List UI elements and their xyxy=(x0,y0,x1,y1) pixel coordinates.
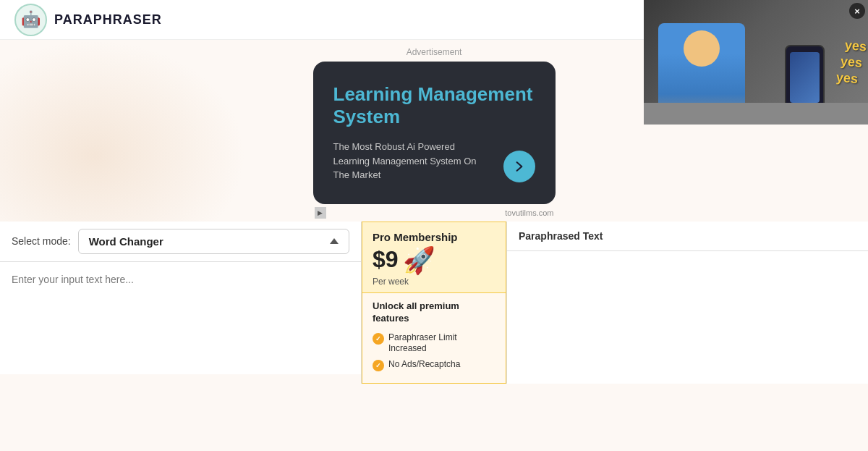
text-input[interactable] xyxy=(0,262,361,374)
check-icon-2 xyxy=(373,360,384,371)
video-yes-2: yes xyxy=(840,54,863,71)
mode-selected-value: Word Changer xyxy=(89,235,163,248)
pro-unlock-text: Unlock all premium features xyxy=(373,300,495,325)
pro-feature-2-text: No Ads/Recaptcha xyxy=(388,359,460,371)
arrow-right-icon xyxy=(512,159,527,174)
pro-title: Pro Membership xyxy=(373,231,495,243)
pro-feature-1-text: Paraphraser Limit Increased xyxy=(388,332,495,355)
pro-price: $9 🚀 xyxy=(373,248,495,274)
brand-name: PARAPHRASER xyxy=(54,12,162,28)
ad-badge-icon: ▶ xyxy=(315,207,326,219)
pro-feature-1: Paraphraser Limit Increased xyxy=(373,332,495,355)
video-text-overlay: yes yes yes xyxy=(835,36,868,88)
pro-per-week: Per week xyxy=(373,277,495,287)
ad-card: Learning Management System The Most Robu… xyxy=(313,62,556,204)
video-overlay: yes yes yes × xyxy=(644,0,868,125)
ad-domain: tovutilms.com xyxy=(505,208,553,217)
ad-subtitle: The Most Robust Ai Powered Learning Mana… xyxy=(333,140,478,182)
video-yes-1: yes xyxy=(844,38,867,55)
pro-header: Pro Membership $9 🚀 Per week xyxy=(362,222,506,293)
pro-feature-2: No Ads/Recaptcha xyxy=(373,359,495,371)
check-icon-1 xyxy=(373,333,384,345)
ad-footer: ▶ tovutilms.com xyxy=(313,207,556,219)
main-content: Select mode: Word Changer Pro Membership… xyxy=(0,222,868,384)
ad-arrow-button[interactable] xyxy=(503,151,535,182)
video-close-button[interactable]: × xyxy=(849,3,865,19)
logo: 🤖 xyxy=(14,4,47,36)
right-panel-title: Paraphrased Text xyxy=(507,222,868,251)
mode-selector: Select mode: Word Changer xyxy=(0,222,361,262)
chevron-up-icon xyxy=(330,238,339,244)
video-table-surface xyxy=(644,103,868,125)
mode-label: Select mode: xyxy=(12,235,71,247)
video-phone xyxy=(785,45,825,110)
ad-label: Advertisement xyxy=(407,47,462,57)
header-left: 🤖 PARAPHRASER xyxy=(14,4,162,36)
logo-icon: 🤖 xyxy=(21,10,41,29)
pro-price-value: $9 xyxy=(373,248,399,271)
right-panel: Paraphrased Text xyxy=(506,222,868,384)
mode-dropdown[interactable]: Word Changer xyxy=(78,229,349,254)
pro-membership-panel: Pro Membership $9 🚀 Per week Unlock all … xyxy=(362,222,506,384)
rocket-icon: 🚀 xyxy=(403,248,435,274)
video-background: yes yes yes xyxy=(644,0,868,125)
ad-title: Learning Management System xyxy=(333,83,535,128)
video-yes-3: yes xyxy=(835,69,859,87)
left-panel: Select mode: Word Changer xyxy=(0,222,362,384)
pro-unlock: Unlock all premium features Paraphraser … xyxy=(362,293,506,383)
